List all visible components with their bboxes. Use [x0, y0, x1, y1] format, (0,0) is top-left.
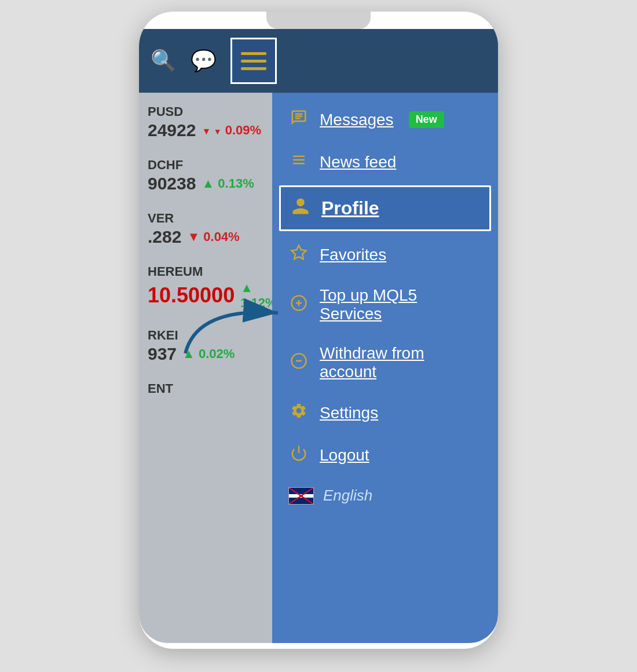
menu-items-list: Messages New News feed: [272, 93, 498, 521]
gear-icon: [288, 402, 309, 423]
star-icon: [288, 244, 309, 265]
chat-button[interactable]: 💬: [191, 49, 217, 73]
menu-button[interactable]: [230, 38, 277, 84]
topup-label: Top up MQL5 Services: [320, 286, 482, 323]
trade-symbol: VER: [148, 211, 287, 226]
trade-change: ▼ 0.09%: [202, 123, 261, 138]
menu-item-messages[interactable]: Messages New: [272, 98, 498, 141]
menu-item-newsfeed[interactable]: News feed: [272, 141, 498, 183]
trade-item-ethereum: HEREUM 10.50000 ▲ 1.12%: [148, 264, 287, 311]
trade-item-ver: VER .282 ▼ 0.04%: [148, 211, 287, 247]
trade-change: ▲ 0.13%: [202, 176, 254, 191]
menu-item-profile[interactable]: Profile: [279, 185, 491, 231]
svg-marker-0: [292, 246, 306, 260]
newsfeed-label: News feed: [320, 153, 396, 171]
menu-item-settings[interactable]: Settings: [272, 392, 498, 434]
menu-panel: James Smith Messages New: [272, 29, 498, 643]
search-icon: 🔍: [151, 49, 177, 72]
chat-icon: [288, 109, 309, 130]
search-button[interactable]: 🔍: [151, 49, 177, 73]
chat-icon: 💬: [191, 49, 217, 72]
phone-frame: PUSD 24922 ▼ 0.09% DCHF 90238 ▲ 0.13% VE…: [139, 12, 498, 649]
trade-item-ent: ENT: [148, 381, 287, 396]
flag-uk-icon: [288, 487, 314, 505]
top-bar-icons: 🔍 💬: [151, 38, 277, 84]
trade-change: ▼ 0.04%: [187, 229, 239, 244]
trade-value: 10.50000: [148, 283, 235, 308]
logout-label: Logout: [320, 446, 369, 465]
menu-item-logout[interactable]: Logout: [272, 434, 498, 476]
trade-symbol: DCHF: [148, 158, 287, 173]
settings-label: Settings: [320, 404, 378, 422]
menu-item-favorites[interactable]: Favorites: [272, 233, 498, 276]
trade-symbol: HEREUM: [148, 264, 287, 279]
plus-circle-icon: [288, 294, 309, 316]
trade-symbol: PUSD: [148, 104, 287, 119]
trade-item-rkei: RKEI 937 ▲ 0.02%: [148, 328, 287, 364]
profile-person-icon: [290, 196, 311, 220]
language-label: English: [323, 487, 372, 505]
trade-symbol: RKEI: [148, 328, 287, 343]
power-icon: [288, 444, 309, 466]
trade-symbol: ENT: [148, 381, 287, 396]
messages-label: Messages: [320, 111, 394, 129]
profile-label: Profile: [321, 198, 379, 219]
news-icon: [288, 151, 309, 173]
withdraw-label: Withdraw from account: [320, 344, 482, 381]
trade-change: ▲ 0.02%: [182, 346, 235, 361]
trade-value: 24922: [148, 120, 196, 140]
hamburger-icon: [241, 52, 266, 70]
language-selector[interactable]: English: [272, 476, 498, 515]
phone-inner: PUSD 24922 ▼ 0.09% DCHF 90238 ▲ 0.13% VE…: [139, 29, 498, 643]
top-bar: 🔍 💬: [139, 29, 498, 93]
trade-item-pusd: PUSD 24922 ▼ 0.09%: [148, 104, 287, 140]
minus-circle-icon: [288, 352, 309, 374]
trade-value: .282: [148, 227, 181, 247]
favorites-label: Favorites: [320, 246, 386, 264]
trade-value: 90238: [148, 174, 196, 193]
menu-item-withdraw[interactable]: Withdraw from account: [272, 334, 498, 392]
phone-notch: [266, 12, 371, 29]
new-badge: New: [409, 111, 444, 128]
menu-item-topup[interactable]: Top up MQL5 Services: [272, 276, 498, 334]
trade-value: 937: [148, 344, 177, 364]
trade-item-dchf: DCHF 90238 ▲ 0.13%: [148, 158, 287, 193]
